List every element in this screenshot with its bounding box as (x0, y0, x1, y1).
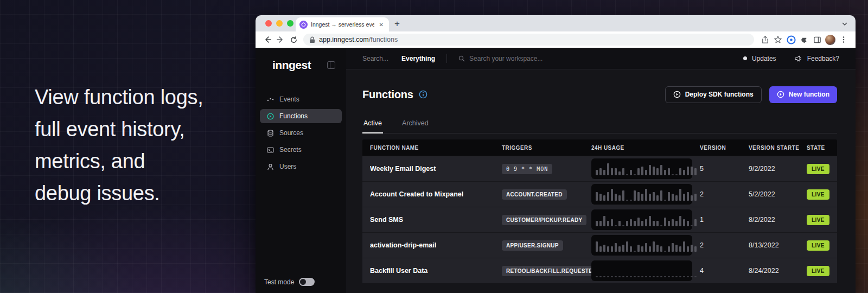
version-started-cell: 9/2/2022 (741, 165, 799, 173)
tab-active[interactable]: Active (362, 119, 383, 133)
trigger-badge: CUSTOMER/PICKUP.READY (502, 215, 586, 225)
sidebar-collapse-icon[interactable] (327, 61, 335, 69)
hero-text: View function logs, full event history, … (35, 81, 203, 209)
close-window-button[interactable] (265, 20, 272, 27)
updates-link[interactable]: Updates (752, 55, 776, 62)
table-row[interactable]: activation-drip-emailAPP/USER.SIGNUP28/1… (362, 232, 837, 258)
sidebar: inngest Events Functions Sources (256, 48, 346, 293)
workspace-search-input[interactable]: Search your workspace... (469, 55, 542, 62)
page-tabs: Active Archived (362, 119, 837, 133)
function-name-cell[interactable]: Send SMS (362, 216, 494, 224)
feedback-link[interactable]: Feedback? (807, 55, 839, 62)
function-name-cell[interactable]: Account Created to Mixpanel (362, 190, 494, 198)
divider (446, 54, 447, 63)
tab-close-icon[interactable]: ✕ (378, 21, 385, 29)
inngest-favicon-icon (299, 21, 308, 29)
test-mode-label: Test mode (264, 278, 294, 286)
minimize-window-button[interactable] (276, 20, 283, 27)
events-dots-icon (267, 96, 274, 103)
overflow-menu-icon[interactable] (837, 33, 850, 46)
sidebar-item-functions[interactable]: Functions (260, 109, 342, 123)
usage-cell (584, 209, 692, 230)
version-started-cell: 8/24/2022 (741, 267, 799, 275)
tab-archived[interactable]: Archived (401, 119, 430, 133)
test-mode-toggle[interactable] (299, 278, 315, 286)
tab-title: Inngest → serverless event-dri (311, 21, 374, 28)
onepassword-icon[interactable] (784, 33, 797, 46)
state-badge: LIVE (807, 164, 829, 174)
table-row[interactable]: Weekly Email Digest0 9 * * MON59/2/2022L… (362, 156, 837, 181)
zoom-window-button[interactable] (287, 20, 293, 27)
function-name-cell[interactable]: activation-drip-email (362, 241, 494, 249)
sidebar-item-label: Functions (279, 112, 308, 120)
trigger-badge: APP/USER.SIGNUP (502, 240, 563, 251)
sidebar-item-events[interactable]: Events (260, 92, 342, 106)
page-title: Functions (362, 88, 413, 101)
table-header: FUNCTION NAMETRIGGERS24H USAGEVERSIONVER… (362, 139, 837, 156)
new-tab-button[interactable]: + (394, 19, 400, 28)
usage-chart (591, 260, 692, 281)
search-scope-everything[interactable]: Everything (401, 55, 435, 62)
forward-arrow-icon[interactable] (274, 33, 287, 46)
state-cell: LIVE (799, 265, 837, 276)
back-arrow-icon[interactable] (261, 33, 274, 46)
function-name-cell[interactable]: Backfill User Data (362, 267, 494, 275)
function-name[interactable]: Backfill User Data (370, 267, 487, 275)
column-header: 24H USAGE (584, 145, 692, 151)
table-row[interactable]: Account Created to MixpanelACCOUNT.CREAT… (362, 181, 837, 207)
usage-cell (584, 235, 692, 256)
function-name[interactable]: activation-drip-email (370, 241, 487, 249)
inngest-logo: inngest (272, 59, 311, 72)
sidebar-item-label: Events (279, 95, 299, 103)
function-name[interactable]: Weekly Email Digest (370, 165, 487, 173)
trigger-badge: 0 9 * * MON (502, 164, 552, 174)
sidebar-item-secrets[interactable]: Secrets (260, 143, 342, 157)
hero-line: full event history, (35, 113, 203, 145)
inngest-app: inngest Events Functions Sources (256, 48, 856, 293)
version-cell: 2 (692, 190, 741, 198)
browser-window: Inngest → serverless event-dri ✕ + app.i… (256, 15, 856, 293)
deploy-sdk-functions-button[interactable]: Deploy SDK functions (665, 86, 762, 103)
table-body: Weekly Email Digest0 9 * * MON59/2/2022L… (362, 156, 837, 283)
usage-chart (591, 158, 692, 179)
browser-url-bar: app.inngest.com/functions (256, 31, 856, 48)
megaphone-icon (794, 55, 802, 62)
browser-tab[interactable]: Inngest → serverless event-dri ✕ (296, 17, 389, 31)
table-row[interactable]: Backfill User DataRETOOL/BACKFILL.REQUES… (362, 258, 837, 283)
usage-chart (591, 235, 692, 256)
reload-icon[interactable] (287, 33, 300, 46)
bookmark-star-icon[interactable] (771, 33, 784, 46)
version-started-cell: 8/13/2022 (741, 241, 799, 249)
window-controls[interactable] (265, 20, 293, 27)
url-text: app.inngest.com/functions (319, 36, 398, 43)
usage-cell (584, 184, 692, 205)
trigger-cell: RETOOL/BACKFILL.REQUESTED (494, 265, 584, 276)
function-name[interactable]: Account Created to Mixpanel (370, 190, 487, 198)
share-icon[interactable] (758, 33, 771, 46)
updates-dot-icon (743, 56, 747, 60)
url-field[interactable]: app.inngest.com/functions (303, 34, 754, 46)
search-label[interactable]: Search... (362, 55, 388, 62)
info-circle-icon[interactable] (419, 90, 427, 99)
side-panel-icon[interactable] (810, 33, 824, 46)
lock-icon (309, 36, 315, 43)
table-row[interactable]: Send SMSCUSTOMER/PICKUP.READY18/2/2022LI… (362, 207, 837, 232)
sidebar-item-sources[interactable]: Sources (260, 126, 342, 140)
version-cell: 2 (692, 241, 741, 249)
version-cell: 1 (692, 216, 741, 224)
new-function-button[interactable]: New function (769, 86, 837, 103)
trigger-cell: ACCOUNT.CREATED (494, 189, 584, 200)
trigger-cell: 0 9 * * MON (494, 163, 584, 174)
sidebar-item-users[interactable]: Users (260, 160, 342, 174)
extensions-puzzle-icon[interactable] (797, 33, 810, 46)
state-badge: LIVE (807, 240, 829, 251)
browser-tab-strip: Inngest → serverless event-dri ✕ + (256, 15, 856, 31)
function-name[interactable]: Send SMS (370, 216, 487, 224)
state-cell: LIVE (799, 214, 837, 225)
state-badge: LIVE (807, 189, 829, 200)
function-name-cell[interactable]: Weekly Email Digest (362, 165, 494, 173)
state-badge: LIVE (807, 215, 829, 225)
profile-avatar[interactable] (825, 35, 835, 45)
state-cell: LIVE (799, 163, 837, 174)
tab-search-chevron-icon[interactable] (841, 20, 848, 29)
